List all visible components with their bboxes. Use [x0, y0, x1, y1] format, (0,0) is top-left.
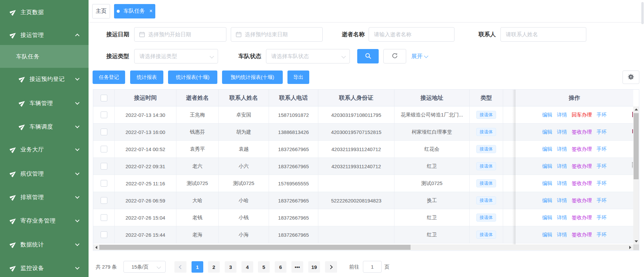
scroll-up-arrow-icon[interactable]	[635, 108, 638, 110]
goto-page-input[interactable]	[363, 261, 382, 273]
row-checkbox[interactable]	[101, 214, 107, 221]
row-checkbox[interactable]	[101, 231, 107, 238]
page-button-3[interactable]: 3	[225, 261, 236, 273]
table-vertical-scrollbar[interactable]	[633, 106, 639, 244]
row-checkbox[interactable]	[101, 146, 107, 152]
date-end-input[interactable]	[231, 27, 323, 42]
sidebar-item-transport-booking[interactable]: 接运预约登记	[0, 67, 89, 90]
page-ellipsis[interactable]: •••	[291, 261, 303, 273]
contact-name-input[interactable]	[500, 27, 586, 42]
op-link-edit[interactable]: 编辑	[542, 197, 552, 204]
export-button[interactable]: 导出	[287, 71, 309, 84]
cell-type: 接遗体	[470, 141, 503, 158]
page-button-6[interactable]: 6	[275, 261, 286, 273]
sidebar-item-fleet-tasks[interactable]: 车队任务	[0, 45, 89, 68]
sidebar-item-vehicle-mgmt[interactable]: 车辆管理	[0, 92, 89, 114]
op-link-wristband[interactable]: 手环	[597, 112, 607, 118]
horizontal-scroll-thumb[interactable]	[99, 245, 411, 250]
next-page-button[interactable]	[325, 261, 337, 273]
table-row: 2022-07-13 14:30 王兆梅 卓安国 15871091872 420…	[93, 106, 633, 124]
page-button-5[interactable]: 5	[258, 261, 270, 273]
sidebar-item-data-stats[interactable]: 数据统计	[0, 233, 89, 256]
close-icon[interactable]: ×	[149, 8, 152, 14]
scroll-down-arrow-icon[interactable]	[635, 240, 638, 242]
search-button[interactable]	[357, 49, 379, 63]
sidebar-item-storage-mgmt[interactable]: 寄存业务管理	[0, 209, 89, 232]
op-link-detail[interactable]: 详情	[557, 180, 567, 187]
op-link-wristband[interactable]: 手环	[597, 180, 607, 187]
op-link-wristband[interactable]: 手环	[597, 129, 607, 135]
booking-stats-report-shiyan-button[interactable]: 预约统计报表(十堰)	[222, 71, 283, 84]
sidebar-item-shift-mgmt[interactable]: 排班管理	[0, 186, 89, 209]
page-size-select[interactable]: 15条/页	[123, 261, 166, 273]
op-link-wristband[interactable]: 手环	[597, 215, 607, 221]
tab-home[interactable]: 主页	[92, 4, 110, 18]
expand-link[interactable]: 展开	[411, 49, 428, 63]
op-link-process[interactable]: 签收办理	[572, 163, 592, 170]
row-checkbox[interactable]	[101, 129, 107, 135]
op-link-wristband[interactable]: 手环	[597, 232, 607, 238]
op-link-edit[interactable]: 编辑	[542, 180, 552, 187]
page-button-1[interactable]: 1	[192, 261, 203, 273]
cell-type: 接遗体	[470, 209, 503, 226]
page-button-2[interactable]: 2	[208, 261, 220, 273]
stats-report-shiyan-button[interactable]: 统计报表(十堰)	[168, 71, 217, 84]
op-link-detail[interactable]: 详情	[557, 215, 567, 221]
select-all-checkbox[interactable]	[101, 95, 107, 101]
op-link-wristband[interactable]: 手环	[597, 146, 607, 152]
transport-type-select[interactable]: 请选择接运类型	[134, 49, 218, 63]
op-link-process[interactable]: 签收办理	[572, 215, 592, 221]
sidebar-item-home-data[interactable]: 主页数据	[0, 1, 89, 24]
table-horizontal-scrollbar[interactable]	[93, 244, 633, 250]
date-start-input[interactable]	[134, 27, 226, 42]
op-link-process[interactable]: 签收办理	[572, 129, 592, 135]
refresh-button[interactable]	[383, 49, 406, 63]
page-button-19[interactable]: 19	[308, 261, 320, 273]
row-checkbox[interactable]	[101, 163, 107, 170]
row-checkbox[interactable]	[101, 197, 107, 204]
select-placeholder: 请选择车队状态	[271, 53, 309, 59]
op-link-detail[interactable]: 详情	[557, 112, 567, 118]
stats-report-button[interactable]: 统计报表	[130, 71, 163, 84]
op-link-detail[interactable]: 详情	[557, 129, 567, 135]
op-link-detail[interactable]: 详情	[557, 146, 567, 152]
cell-time: 2022-07-13 14:30	[115, 106, 176, 124]
row-checkbox[interactable]	[101, 180, 107, 187]
scrollbar-corner	[633, 244, 639, 250]
op-link-detail[interactable]: 详情	[557, 163, 567, 170]
sidebar-item-vehicle-dispatch[interactable]: 车辆调度	[0, 115, 89, 138]
op-link-process[interactable]: 签收办理	[572, 232, 592, 238]
op-link-wristband[interactable]: 手环	[597, 197, 607, 204]
op-link-detail[interactable]: 详情	[557, 232, 567, 238]
page-button-4[interactable]: 4	[241, 261, 253, 273]
op-link-edit[interactable]: 编辑	[542, 215, 552, 221]
deceased-name-input[interactable]	[369, 27, 454, 42]
paper-plane-icon	[10, 9, 17, 16]
op-link-edit[interactable]: 编辑	[542, 163, 552, 170]
op-link-process[interactable]: 签收办理	[572, 197, 592, 204]
op-link-wristband[interactable]: 手环	[597, 163, 607, 170]
column-settings-button[interactable]	[623, 71, 639, 84]
op-link-process[interactable]: 回车办理	[572, 112, 592, 118]
op-link-edit[interactable]: 编辑	[542, 112, 552, 118]
page-scrollbar-thumb[interactable]	[641, 2, 644, 24]
fleet-status-select[interactable]: 请选择车队状态	[266, 49, 350, 63]
op-link-edit[interactable]: 编辑	[542, 232, 552, 238]
op-link-detail[interactable]: 详情	[557, 197, 567, 204]
sidebar: 主页数据 接运管理 车队任务 接运预约登记 车辆管理 车辆调度 业务大厅 殡仪管…	[0, 0, 89, 277]
prev-page-button[interactable]	[174, 261, 186, 273]
sidebar-item-transport-mgmt[interactable]: 接运管理	[0, 24, 89, 46]
task-register-button[interactable]: 任务登记	[93, 71, 125, 84]
op-link-edit[interactable]: 编辑	[542, 129, 552, 135]
scroll-left-arrow-icon[interactable]	[95, 246, 97, 249]
row-checkbox[interactable]	[101, 111, 107, 118]
sidebar-item-funeral-mgmt[interactable]: 殡仪管理	[0, 162, 89, 185]
op-link-process[interactable]: 签收办理	[572, 180, 592, 187]
sidebar-item-monitor-devices[interactable]: 监控设备	[0, 257, 89, 277]
sidebar-item-business-hall[interactable]: 业务大厅	[0, 138, 89, 161]
tab-fleet-tasks[interactable]: 车队任务 ×	[114, 4, 155, 18]
scroll-right-arrow-icon[interactable]	[629, 246, 631, 249]
op-link-edit[interactable]: 编辑	[542, 146, 552, 152]
op-link-process[interactable]: 签收办理	[572, 146, 592, 152]
vertical-scroll-thumb[interactable]	[634, 113, 639, 179]
